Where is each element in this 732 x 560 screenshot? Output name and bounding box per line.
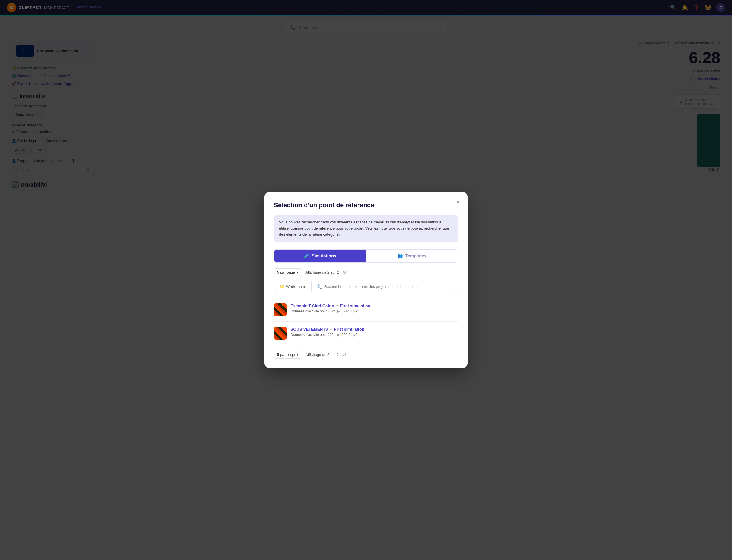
close-button[interactable]: × bbox=[453, 197, 462, 207]
project-search-input[interactable] bbox=[324, 284, 453, 289]
modal-title: Sélection d'un point de référence bbox=[274, 201, 458, 209]
sim-thumb-1 bbox=[274, 303, 286, 316]
modal-overlay: Sélection d'un point de référence × Vous… bbox=[0, 0, 732, 560]
info-box: Vous pouvez rechercher dans vos différen… bbox=[274, 215, 458, 242]
simulation-item-2[interactable]: SOUS VETEMENTS • First simulation Donnée… bbox=[274, 322, 458, 345]
sim-title-2: SOUS VETEMENTS • First simulation bbox=[290, 327, 458, 332]
bottom-per-page-select[interactable]: 5 par page ▾ bbox=[274, 351, 302, 359]
filter-row: 📁 Workspace 🔍 bbox=[274, 281, 458, 292]
search-icon: 🔍 bbox=[316, 284, 322, 289]
folder-icon: 📁 bbox=[279, 284, 284, 289]
simulation-list: Exemple T-Shirt Coton • First simulation… bbox=[274, 298, 458, 345]
bottom-affichage-label: Affichage de 2 sur 2 bbox=[305, 352, 339, 357]
top-pagination: 5 par page ▾ Affichage de 2 sur 2 ↺ bbox=[274, 268, 458, 276]
modal-dialog: Sélection d'un point de référence × Vous… bbox=[264, 192, 468, 368]
tab-row: 🧪 Simulations 👥 Templates bbox=[274, 249, 458, 263]
sim-thumb-2 bbox=[274, 327, 286, 340]
tab-templates[interactable]: 👥 Templates bbox=[366, 250, 458, 262]
sim-info-2: SOUS VETEMENTS • First simulation Donnée… bbox=[290, 327, 458, 337]
sim-info-1: Exemple T-Shirt Coton • First simulation… bbox=[290, 303, 458, 313]
affichage-label: Affichage de 2 sur 2 bbox=[305, 270, 339, 274]
bottom-refresh-icon[interactable]: ↺ bbox=[342, 352, 346, 357]
sim-title-1: Exemple T-Shirt Coton • First simulation bbox=[290, 303, 458, 308]
templates-icon: 👥 bbox=[397, 253, 403, 259]
workspace-filter[interactable]: 📁 Workspace bbox=[274, 281, 312, 292]
simulation-item-1[interactable]: Exemple T-Shirt Coton • First simulation… bbox=[274, 298, 458, 322]
search-input-wrap[interactable]: 🔍 bbox=[312, 281, 458, 292]
bottom-pagination: 5 par page ▾ Affichage de 2 sur 2 ↺ bbox=[274, 351, 458, 359]
refresh-icon[interactable]: ↺ bbox=[342, 270, 346, 275]
sim-meta-2: Données d'activité pour 2024 ▶ 252.61 µP… bbox=[290, 333, 458, 337]
sim-meta-1: Données d'activité pour 2024 ▶ 1214.2 µP… bbox=[290, 309, 458, 313]
simulations-icon: 🧪 bbox=[304, 253, 309, 259]
tab-simulations[interactable]: 🧪 Simulations bbox=[274, 250, 366, 262]
per-page-select[interactable]: 5 par page ▾ bbox=[274, 268, 302, 276]
